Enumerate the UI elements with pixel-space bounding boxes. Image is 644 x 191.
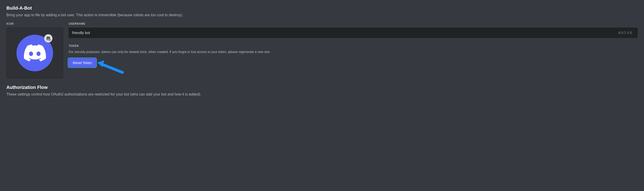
authorization-flow-description: These settings control how OAuth2 author… xyxy=(6,92,638,97)
token-description: For security purposes, tokens can only b… xyxy=(69,50,638,54)
authorization-flow-section: Authorization Flow These settings contro… xyxy=(6,85,638,97)
reset-token-button[interactable]: Reset Token xyxy=(69,58,96,67)
build-a-bot-title: Build-A-Bot xyxy=(6,5,638,11)
bot-icon-uploader[interactable] xyxy=(6,28,63,78)
icon-label: ICON xyxy=(6,22,63,25)
discriminator-tag: #0540 xyxy=(614,28,638,38)
svg-marker-1 xyxy=(97,60,104,67)
build-a-bot-section: Build-A-Bot Bring your app to life by ad… xyxy=(6,5,638,78)
token-section: TOKEN For security purposes, tokens can … xyxy=(69,44,638,67)
authorization-flow-title: Authorization Flow xyxy=(6,85,638,90)
username-label: USERNAME xyxy=(69,22,638,25)
discord-logo-icon xyxy=(23,44,46,62)
username-input[interactable] xyxy=(69,28,614,38)
token-label: TOKEN xyxy=(69,44,638,47)
build-a-bot-description: Bring your app to life by adding a bot u… xyxy=(6,12,638,17)
bot-form-row: ICON USERNAME xyxy=(6,22,638,78)
icon-column: ICON xyxy=(6,22,63,78)
annotation-arrow-icon xyxy=(96,60,126,76)
image-upload-icon xyxy=(46,36,50,41)
username-row: #0540 xyxy=(69,28,638,38)
right-column: USERNAME #0540 TOKEN For security purpos… xyxy=(69,22,638,78)
upload-image-badge[interactable] xyxy=(44,34,52,42)
